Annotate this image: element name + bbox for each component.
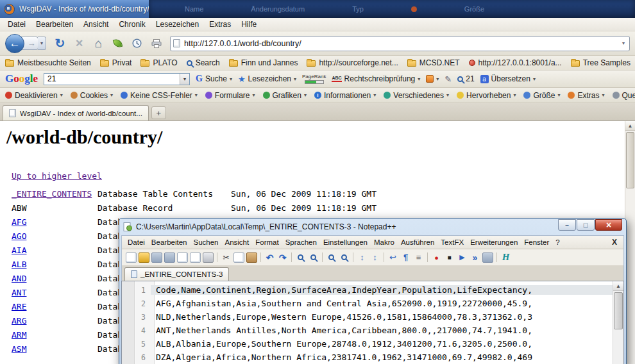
- npp-menu-textfx[interactable]: TextFX: [437, 237, 467, 247]
- webdev-verschiedenes[interactable]: Verschiedenes: [384, 91, 449, 100]
- html-preview-icon[interactable]: [500, 252, 511, 263]
- bookmark-plato[interactable]: PLATO: [140, 58, 177, 67]
- npp-menu-einstellungen[interactable]: Einstellungen: [320, 237, 371, 247]
- entry-link[interactable]: AGO: [12, 231, 97, 241]
- result-count-badge[interactable]: 21: [457, 74, 474, 83]
- reload-button[interactable]: [52, 35, 68, 52]
- npp-menu-ansicht[interactable]: Ansicht: [222, 237, 253, 247]
- minimize-button[interactable]: [558, 219, 576, 231]
- entry-link[interactable]: _ENTIRE_CONTENTS: [12, 189, 97, 199]
- stop-button[interactable]: [71, 35, 87, 52]
- sync-scroll-vertical-icon[interactable]: [357, 252, 368, 263]
- pagerank-widget[interactable]: PageRank: [302, 74, 326, 84]
- entry-link[interactable]: AFG: [12, 217, 97, 227]
- record-macro-icon[interactable]: [431, 252, 442, 263]
- webdev-extras[interactable]: Extras: [568, 91, 604, 100]
- tab-wsgidav[interactable]: WsgiDAV - Index of /world-db/count...: [3, 105, 149, 120]
- url-input[interactable]: [184, 39, 620, 48]
- save-macro-icon[interactable]: [482, 252, 493, 263]
- run-macro-multiple-icon[interactable]: [470, 252, 480, 263]
- scrollbar-thumb[interactable]: [626, 132, 634, 188]
- firefox-titlebar[interactable]: WsgiDAV - Index of /world-db/country/ - …: [0, 0, 635, 18]
- open-file-icon[interactable]: [139, 252, 149, 263]
- spellcheck-button[interactable]: ABCRechtschreibprüfung: [332, 74, 420, 83]
- menu-ansicht[interactable]: Ansicht: [78, 19, 114, 30]
- editor-scrollbar[interactable]: [613, 281, 623, 364]
- bookmark-mcsd-net[interactable]: MCSD.NET: [407, 58, 460, 67]
- entry-link[interactable]: ASM: [12, 344, 97, 354]
- sync-scroll-horizontal-icon[interactable]: [369, 252, 380, 263]
- document-tab[interactable]: _ENTIRE_CONTENTS-3: [124, 267, 229, 281]
- location-bar[interactable]: [170, 36, 630, 51]
- bookmark-sourceforge[interactable]: http://sourceforge.net...: [307, 58, 398, 67]
- scrollbar-thumb[interactable]: [614, 292, 623, 329]
- menu-hilfe[interactable]: Hilfe: [236, 19, 262, 30]
- play-macro-icon[interactable]: [457, 252, 468, 263]
- menu-bearbeiten[interactable]: Bearbeiten: [31, 19, 78, 30]
- search-history-dropdown[interactable]: [180, 74, 189, 85]
- bookmark-finn-und-jannes[interactable]: Finn und Jannes: [229, 58, 298, 67]
- menu-datei[interactable]: Datei: [3, 19, 31, 30]
- npp-menu-format[interactable]: Format: [252, 237, 282, 247]
- google-search-box[interactable]: [44, 73, 190, 85]
- npp-menu-erweiterungen[interactable]: Erweiterungen: [467, 237, 521, 247]
- scroll-up-arrow[interactable]: [625, 121, 635, 131]
- bookmark-search[interactable]: Search: [187, 58, 220, 67]
- zoom-out-icon[interactable]: [339, 252, 350, 263]
- npp-menu-fenster[interactable]: Fenster: [521, 237, 552, 247]
- autofill-button[interactable]: [426, 75, 439, 83]
- notepad-titlebar[interactable]: C:\Users\Martin\AppData\Local\Temp\_ENTI…: [121, 219, 624, 235]
- npp-menu-sprachen[interactable]: Sprachen: [282, 237, 320, 247]
- recent-pages-dropdown[interactable]: [38, 37, 46, 50]
- entry-link[interactable]: ALB: [12, 260, 97, 269]
- new-file-icon[interactable]: [126, 252, 137, 263]
- webdev-grafiken[interactable]: Grafiken: [263, 91, 307, 100]
- indent-guide-icon[interactable]: [413, 252, 424, 263]
- close-button[interactable]: [595, 219, 622, 231]
- new-tab-button[interactable]: +: [151, 106, 166, 119]
- entry-link[interactable]: AND: [12, 274, 97, 283]
- google-suche-button[interactable]: GSuche: [196, 74, 232, 84]
- scroll-up-arrow[interactable]: [613, 281, 623, 291]
- npp-menu-suchen[interactable]: Suchen: [190, 237, 221, 247]
- feather-extension-button[interactable]: [110, 35, 126, 52]
- save-all-icon[interactable]: [164, 252, 175, 263]
- google-search-input[interactable]: [44, 74, 180, 83]
- undo-icon[interactable]: [264, 252, 275, 263]
- word-wrap-icon[interactable]: [387, 252, 398, 263]
- bookmark-privat[interactable]: Privat: [100, 58, 132, 67]
- close-file-icon[interactable]: [177, 252, 188, 263]
- cut-icon[interactable]: [221, 252, 232, 263]
- menu-extras[interactable]: Extras: [204, 19, 236, 30]
- npp-menu-makro[interactable]: Makro: [371, 237, 398, 247]
- entry-link[interactable]: ANT: [12, 288, 97, 297]
- translate-button[interactable]: Übersetzen: [480, 74, 536, 83]
- redo-icon[interactable]: [277, 252, 288, 263]
- print-icon[interactable]: [203, 252, 214, 263]
- entry-link[interactable]: ARM: [12, 330, 97, 340]
- home-button[interactable]: [90, 35, 106, 52]
- url-history-dropdown[interactable]: [620, 40, 627, 46]
- webdev-quelltext[interactable]: Quelltext: [613, 91, 635, 100]
- pencil-button[interactable]: [444, 74, 452, 84]
- bookmark-meistbesuchte-seiten[interactable]: Meistbesuchte Seiten: [5, 58, 91, 67]
- stop-macro-icon[interactable]: [444, 252, 455, 263]
- print-button[interactable]: [148, 35, 164, 52]
- npp-menu-bearbeiten[interactable]: Bearbeiten: [148, 237, 190, 247]
- bookmark-127-0-0-1-8001[interactable]: http://127.0.0.1:8001/a...: [469, 58, 562, 67]
- replace-icon[interactable]: [308, 252, 319, 263]
- menu-chronik[interactable]: Chronik: [114, 19, 150, 30]
- menu-lesezeichen[interactable]: Lesezeichen: [151, 19, 204, 30]
- close-all-icon[interactable]: [190, 252, 201, 263]
- copy-icon[interactable]: [233, 252, 244, 263]
- google-lesezeichen-button[interactable]: Lesezeichen: [238, 74, 296, 84]
- history-button[interactable]: [129, 35, 145, 52]
- paste-icon[interactable]: [246, 252, 257, 263]
- up-to-higher-level-link[interactable]: Up to higher level: [12, 171, 102, 181]
- bookmark-tree-samples[interactable]: Tree Samples: [571, 58, 631, 67]
- entry-link[interactable]: AIA: [12, 245, 97, 255]
- webdev-css[interactable]: Keine CSS-Fehler: [121, 91, 198, 100]
- back-button[interactable]: [5, 34, 24, 53]
- entry-link[interactable]: ARE: [12, 302, 97, 311]
- editor-area[interactable]: 1Code,Name,Continent,Region,SurfaceArea,…: [121, 281, 624, 364]
